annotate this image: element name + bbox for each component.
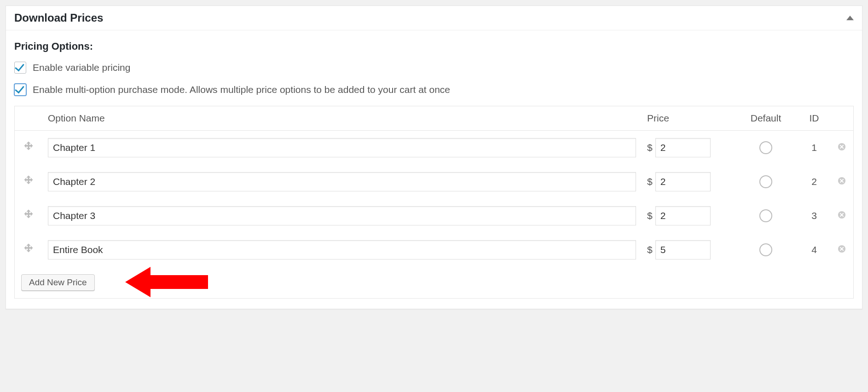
delete-icon[interactable] xyxy=(838,211,846,219)
prices-table-wrapper: Option Name Price Default ID $1$2$3$4 Ad… xyxy=(14,106,854,299)
panel-body: Pricing Options: Enable variable pricing… xyxy=(6,30,862,309)
default-radio[interactable] xyxy=(759,141,772,154)
col-delete-header xyxy=(830,106,853,131)
move-icon[interactable] xyxy=(23,141,35,153)
prices-table: Option Name Price Default ID $1$2$3$4 xyxy=(15,106,853,267)
move-icon[interactable] xyxy=(23,243,35,255)
row-id: 4 xyxy=(798,233,830,267)
col-price-header: Price xyxy=(642,106,734,131)
price-input[interactable] xyxy=(655,240,711,259)
default-radio[interactable] xyxy=(759,175,772,188)
default-radio[interactable] xyxy=(759,209,772,222)
add-new-price-button[interactable]: Add New Price xyxy=(21,274,95,291)
panel-title: Download Prices xyxy=(14,12,854,24)
col-drag-header xyxy=(15,106,42,131)
download-prices-panel: Download Prices Pricing Options: Enable … xyxy=(6,6,862,309)
option-name-input[interactable] xyxy=(48,138,636,157)
enable-variable-pricing-checkbox[interactable] xyxy=(14,62,26,74)
row-id: 2 xyxy=(798,165,830,199)
row-id: 3 xyxy=(798,199,830,233)
enable-multi-option-row: Enable multi-option purchase mode. Allow… xyxy=(14,84,854,96)
price-row: $1 xyxy=(15,131,853,165)
enable-multi-option-label: Enable multi-option purchase mode. Allow… xyxy=(33,84,450,95)
option-name-input[interactable] xyxy=(48,172,636,191)
panel-collapse-toggle[interactable] xyxy=(846,16,854,20)
col-default-header: Default xyxy=(734,106,798,131)
col-option-name-header: Option Name xyxy=(42,106,642,131)
default-radio[interactable] xyxy=(759,243,772,256)
move-icon[interactable] xyxy=(23,209,35,221)
option-name-input[interactable] xyxy=(48,206,636,225)
currency-symbol: $ xyxy=(647,210,653,221)
annotation-arrow xyxy=(125,261,217,303)
price-input[interactable] xyxy=(655,206,711,225)
enable-variable-pricing-row: Enable variable pricing xyxy=(14,62,854,74)
table-footer: Add New Price xyxy=(15,267,853,298)
col-id-header: ID xyxy=(798,106,830,131)
price-row: $3 xyxy=(15,199,853,233)
panel-header: Download Prices xyxy=(6,6,862,30)
option-name-input[interactable] xyxy=(48,240,636,259)
enable-multi-option-checkbox[interactable] xyxy=(14,84,26,96)
currency-symbol: $ xyxy=(647,142,653,153)
svg-marker-4 xyxy=(125,267,208,297)
delete-icon[interactable] xyxy=(838,177,846,185)
currency-symbol: $ xyxy=(647,176,653,187)
price-row: $2 xyxy=(15,165,853,199)
price-input[interactable] xyxy=(655,138,711,157)
delete-icon[interactable] xyxy=(838,245,846,253)
currency-symbol: $ xyxy=(647,244,653,255)
row-id: 1 xyxy=(798,131,830,165)
move-icon[interactable] xyxy=(23,175,35,187)
price-input[interactable] xyxy=(655,172,711,191)
enable-variable-pricing-label: Enable variable pricing xyxy=(33,62,130,73)
delete-icon[interactable] xyxy=(838,143,846,151)
pricing-options-heading: Pricing Options: xyxy=(14,40,854,52)
price-row: $4 xyxy=(15,233,853,267)
